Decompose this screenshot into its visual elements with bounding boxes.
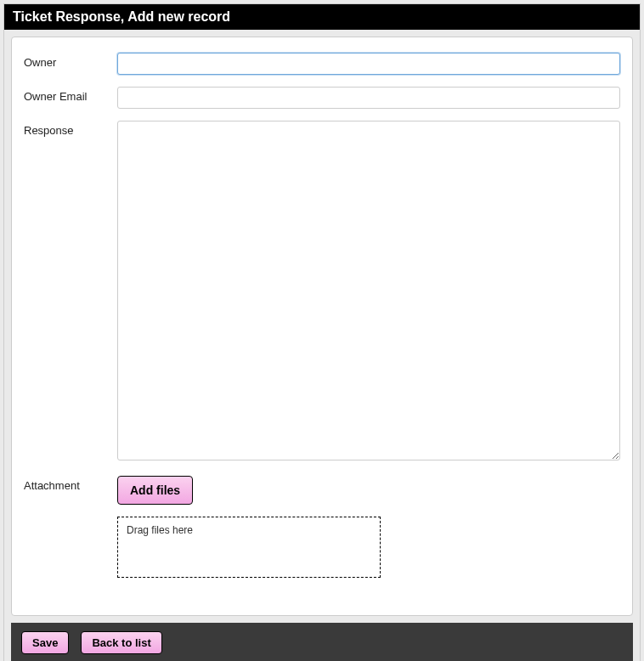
owner-email-input[interactable] [117, 87, 620, 109]
save-button[interactable]: Save [21, 631, 69, 654]
owner-input[interactable] [117, 53, 620, 75]
footer-bar: Save Back to list [11, 623, 633, 661]
row-owner-email: Owner Email [24, 87, 620, 109]
response-textarea[interactable] [117, 121, 620, 460]
back-to-list-button[interactable]: Back to list [81, 631, 161, 654]
form-window: Ticket Response, Add new record Owner Ow… [3, 3, 641, 661]
control-response [117, 121, 620, 464]
file-dropzone[interactable]: Drag files here [117, 517, 381, 578]
label-owner-email: Owner Email [24, 87, 117, 103]
form-panel: Owner Owner Email Response Attachment Ad… [11, 37, 633, 616]
label-owner: Owner [24, 53, 117, 69]
row-owner: Owner [24, 53, 620, 75]
row-response: Response [24, 121, 620, 464]
control-owner-email [117, 87, 620, 109]
label-response: Response [24, 121, 117, 137]
label-attachment: Attachment [24, 476, 117, 492]
row-attachment: Attachment Add files Drag files here [24, 476, 620, 578]
control-owner [117, 53, 620, 75]
attachment-block: Add files Drag files here [117, 476, 620, 578]
window-title: Ticket Response, Add new record [4, 4, 640, 30]
add-files-button[interactable]: Add files [117, 476, 193, 505]
